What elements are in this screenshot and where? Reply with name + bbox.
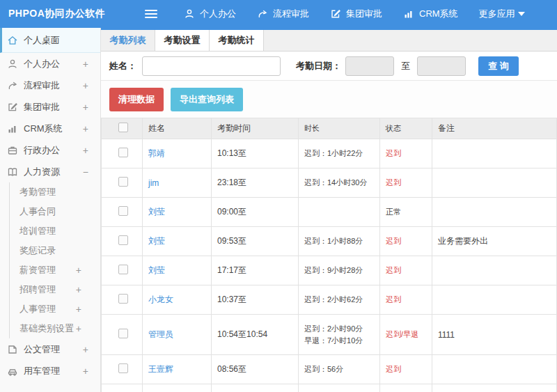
row-checkbox[interactable]: [118, 265, 128, 274]
duration-cell: 迟到：1小时22分: [299, 139, 380, 168]
sidebar-item-personal-desktop[interactable]: 个人桌面: [0, 28, 100, 53]
expand-plus-icon[interactable]: +: [83, 344, 88, 355]
to-label: 至: [401, 60, 410, 72]
collapse-minus-icon[interactable]: −: [83, 166, 88, 178]
submenu-item-salary[interactable]: 薪资管理 +: [10, 260, 100, 280]
top-nav: 个人办公 流程审批 集团审批 CRM系统 更多应用: [184, 8, 546, 20]
submenu-item-label: 奖惩记录: [19, 244, 56, 257]
sidebar-item-label: 流程审批: [24, 79, 60, 92]
nav-more-apps[interactable]: 更多应用: [479, 8, 525, 20]
expand-plus-icon[interactable]: +: [76, 265, 81, 276]
export-list-button[interactable]: 导出查询列表: [171, 88, 243, 111]
caret-down-icon: [518, 12, 525, 16]
col-header-duration: 时长: [299, 118, 380, 139]
row-checkbox[interactable]: [118, 177, 128, 187]
duration-cell: 迟到：2小时90分早退：7小时10分: [299, 315, 380, 355]
duration-cell: 迟到：1小时88分: [299, 227, 380, 256]
employee-name-link[interactable]: jim: [148, 178, 159, 188]
submenu-item-base-category-settings[interactable]: 基础类别设置 +: [10, 319, 100, 338]
row-checkbox[interactable]: [118, 329, 128, 338]
employee-name-link[interactable]: 郭靖: [148, 148, 165, 158]
sidebar-item-workflow-approval[interactable]: 流程审批 +: [0, 75, 100, 96]
nav-crm-system[interactable]: CRM系统: [403, 8, 458, 20]
employee-name-link[interactable]: 小龙女: [148, 295, 173, 304]
date-from-input[interactable]: [345, 56, 394, 76]
nav-workflow-approval[interactable]: 流程审批: [257, 8, 309, 20]
employee-name-link[interactable]: 王壹辉: [148, 364, 173, 374]
attendance-time: 17:17至: [212, 256, 299, 285]
nav-personal-office[interactable]: 个人办公: [184, 8, 236, 20]
hamburger-menu-icon[interactable]: [145, 8, 160, 20]
submenu-item-personnel[interactable]: 人事管理 +: [10, 299, 100, 319]
attendance-time: 23:18至: [212, 168, 299, 198]
status-text: 迟到: [386, 295, 401, 304]
expand-plus-icon[interactable]: +: [76, 304, 81, 315]
status-text: 迟到: [386, 266, 401, 274]
row-checkbox[interactable]: [118, 235, 128, 245]
table-row: 郭靖 10:13至 迟到：1小时22分 迟到: [102, 139, 557, 168]
attendance-time: 10:13至: [212, 139, 299, 168]
expand-plus-icon[interactable]: +: [83, 80, 88, 91]
table-row: jim 23:18至 迟到：14小时30分 迟到: [102, 168, 557, 198]
sidebar-item-label: 公文管理: [24, 343, 60, 356]
row-checkbox[interactable]: [118, 148, 128, 157]
expand-plus-icon[interactable]: +: [83, 58, 88, 70]
date-to-input[interactable]: [417, 56, 466, 76]
attendance-time: 10:37至: [212, 285, 299, 315]
sidebar-item-crm-system[interactable]: CRM系统 +: [0, 118, 100, 139]
employee-name-link[interactable]: 刘莹: [148, 207, 165, 217]
nav-label: 流程审批: [273, 8, 309, 20]
expand-plus-icon[interactable]: +: [83, 102, 88, 113]
expand-plus-icon[interactable]: +: [83, 145, 88, 156]
submenu-item-hr-contract[interactable]: 人事合同: [10, 202, 100, 221]
tab-attendance-list[interactable]: 考勤列表: [101, 30, 155, 51]
table-row: 刘莹 09:00至 正常: [102, 198, 557, 227]
expand-plus-icon[interactable]: +: [76, 284, 81, 295]
submenu-item-training[interactable]: 培训管理: [10, 221, 100, 241]
sidebar-item-official-documents[interactable]: 公文管理 +: [0, 338, 100, 360]
tab-attendance-stats[interactable]: 考勤统计: [210, 30, 264, 51]
employee-name-link[interactable]: 管理员: [148, 329, 173, 339]
row-checkbox[interactable]: [118, 363, 128, 373]
remark-cell: [432, 355, 557, 384]
briefcase-icon: [7, 145, 18, 156]
attendance-time: 09:00至: [212, 198, 299, 227]
col-header-name: 姓名: [143, 118, 212, 139]
col-header-remark: 备注: [432, 118, 557, 139]
expand-plus-icon[interactable]: +: [83, 366, 88, 377]
tab-bar: 考勤列表 考勤设置 考勤统计: [101, 30, 557, 52]
sidebar-item-label: 人力资源: [24, 166, 60, 178]
sidebar-item-vehicle-management[interactable]: 用车管理 +: [0, 360, 100, 382]
search-button[interactable]: 查 询: [478, 56, 519, 76]
table-row: 刘莹 17:17至 迟到：9小时28分 迟到: [102, 256, 557, 285]
document-icon: [7, 344, 18, 355]
row-checkbox[interactable]: [118, 294, 128, 304]
sidebar-item-group-approval[interactable]: 集团审批 +: [0, 96, 100, 118]
edit-icon: [330, 8, 341, 19]
remark-cell: [432, 256, 557, 285]
expand-plus-icon[interactable]: +: [76, 323, 81, 334]
tab-attendance-settings[interactable]: 考勤设置: [155, 30, 210, 51]
edit-icon: [7, 102, 18, 113]
nav-group-approval[interactable]: 集团审批: [330, 8, 382, 20]
expand-plus-icon[interactable]: +: [83, 123, 88, 134]
sidebar-item-human-resources[interactable]: 人力资源 −: [0, 161, 100, 182]
sidebar-item-personal-office[interactable]: 个人办公 +: [0, 53, 100, 75]
sidebar-item-admin-office[interactable]: 行政办公 +: [0, 139, 100, 161]
duration-cell: [299, 198, 380, 227]
employee-name-link[interactable]: 刘莹: [148, 265, 165, 275]
name-input[interactable]: [142, 56, 281, 76]
status-text: 正常: [386, 207, 401, 216]
table-row: 刘莹 09:53至 迟到：1小时88分 迟到 业务需要外出: [102, 227, 557, 256]
employee-name-link[interactable]: 刘莹: [148, 236, 165, 246]
sidebar-item-label: CRM系统: [24, 123, 63, 135]
submenu-item-rewards-punishments[interactable]: 奖惩记录: [10, 241, 100, 260]
submenu-item-attendance[interactable]: 考勤管理: [10, 182, 100, 202]
select-all-checkbox[interactable]: [118, 123, 128, 132]
remark-cell: [432, 384, 557, 392]
submenu-item-recruitment[interactable]: 招聘管理 +: [10, 280, 100, 299]
row-checkbox[interactable]: [118, 206, 128, 216]
remark-cell: [432, 198, 557, 227]
sidebar-item-label: 用车管理: [24, 365, 60, 377]
clean-data-button[interactable]: 清理数据: [109, 88, 164, 111]
